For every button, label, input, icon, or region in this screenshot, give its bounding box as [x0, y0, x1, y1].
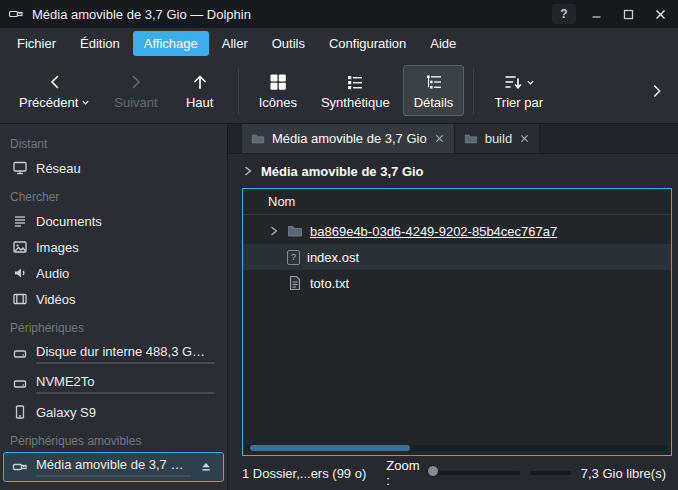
menu-aide[interactable]: Aide	[419, 31, 467, 56]
details-view-label: Détails	[414, 95, 454, 110]
window-body: Distant Réseau Chercher Documents Images	[0, 124, 678, 490]
chevron-right-icon	[242, 165, 254, 177]
close-icon	[435, 134, 444, 143]
close-icon	[520, 134, 529, 143]
details-view-button[interactable]: Détails	[403, 65, 465, 116]
tab-label: build	[485, 131, 512, 146]
status-bar: 1 Dossier,...ers (99 o) Zoom : 7,3 Gio l…	[228, 456, 678, 490]
horizontal-scrollbar[interactable]	[243, 443, 671, 455]
breadcrumb[interactable]: Média amovible de 3,7 Gio	[228, 154, 678, 188]
eject-button[interactable]	[199, 460, 215, 474]
phone-icon	[12, 404, 28, 420]
selection-summary: 1 Dossier,...ers (99 o)	[242, 466, 366, 481]
compact-view-button[interactable]: Synthétique	[310, 65, 401, 116]
file-row-folder[interactable]: ba869e4b-03d6-4249-9202-85b4cec767a7	[243, 218, 671, 244]
toolbar-separator	[473, 68, 474, 114]
maximize-button[interactable]	[616, 4, 640, 24]
toolbar-separator	[238, 68, 239, 114]
minimize-icon	[591, 9, 602, 20]
sidebar-item-media-amovible[interactable]: Média amovible de 3,7 …	[3, 452, 224, 482]
forward-button[interactable]: Suivant	[103, 65, 168, 116]
expand-arrow-icon[interactable]	[268, 225, 280, 237]
free-space-text: 7,3 Gio libre(s)	[581, 466, 666, 481]
sidebar-item-label: Vidéos	[36, 292, 215, 307]
free-space-bar	[530, 471, 571, 475]
sidebar-item-label: Galaxy S9	[36, 405, 215, 420]
up-label: Haut	[186, 95, 213, 110]
file-list: ba869e4b-03d6-4249-9202-85b4cec767a7 ? i…	[243, 215, 671, 443]
sidebar-item-label: NVME2To	[36, 374, 215, 389]
sidebar-item-disque-interne[interactable]: Disque dur interne 488,3 G…	[3, 339, 224, 369]
icons-view-button[interactable]: Icônes	[248, 65, 308, 116]
sidebar-item-videos[interactable]: Vidéos	[3, 286, 224, 312]
sidebar-item-label: Documents	[36, 214, 215, 229]
tab-build[interactable]: build	[455, 124, 540, 153]
scrollbar-track[interactable]	[246, 445, 668, 451]
tab-media-amovible[interactable]: Média amovible de 3,7 Gio	[242, 124, 455, 153]
sidebar-item-label: Média amovible de 3,7 …	[36, 457, 191, 472]
scrollbar-thumb[interactable]	[250, 445, 410, 451]
places-section-peripheriques: Périphériques	[0, 312, 227, 339]
videos-icon	[12, 291, 28, 307]
menu-edition[interactable]: Édition	[69, 31, 131, 56]
maximize-icon	[623, 9, 634, 20]
sidebar-item-reseau[interactable]: Réseau	[3, 155, 224, 181]
folder-icon	[287, 223, 303, 239]
sidebar-item-images[interactable]: Images	[3, 234, 224, 260]
menu-configuration[interactable]: Configuration	[318, 31, 417, 56]
places-section-chercher: Chercher	[0, 181, 227, 208]
zoom-slider-handle[interactable]	[427, 465, 439, 477]
file-name[interactable]: ba869e4b-03d6-4249-9202-85b4cec767a7	[310, 224, 557, 239]
chevron-left-icon	[45, 72, 65, 92]
sidebar-item-documents[interactable]: Documents	[3, 208, 224, 234]
sort-by-label: Trier par	[494, 95, 543, 110]
file-row-text[interactable]: toto.txt	[243, 270, 671, 296]
menu-outils[interactable]: Outils	[261, 31, 316, 56]
places-section-amovibles: Périphériques amovibles	[0, 425, 227, 452]
details-view-icon	[424, 72, 444, 92]
icons-view-icon	[268, 72, 288, 92]
unknown-file-icon: ?	[287, 250, 300, 265]
toolbar-overflow-button[interactable]	[644, 78, 670, 104]
menu-aller[interactable]: Aller	[211, 31, 259, 56]
menubar: Fichier Édition Affichage Aller Outils C…	[0, 28, 678, 58]
tab-close-button[interactable]	[434, 133, 445, 144]
tab-bar: Média amovible de 3,7 Gio build	[228, 124, 678, 154]
close-button[interactable]	[648, 4, 672, 24]
sidebar-item-audio[interactable]: Audio	[3, 260, 224, 286]
minimize-button[interactable]	[584, 4, 608, 24]
sort-by-button[interactable]: Trier par	[483, 65, 554, 116]
sidebar-item-label: Réseau	[36, 161, 215, 176]
sidebar-item-nvme2to[interactable]: NVME2To	[3, 369, 224, 399]
sort-icon	[503, 72, 523, 92]
folder-icon	[464, 132, 478, 146]
breadcrumb-current[interactable]: Média amovible de 3,7 Gio	[261, 164, 424, 179]
eject-icon	[199, 460, 215, 474]
harddisk-icon	[12, 346, 28, 362]
file-name[interactable]: index.ost	[307, 250, 359, 265]
window-title: Média amovible de 3,7 Gio — Dolphin	[32, 7, 251, 22]
column-header-nom[interactable]: Nom	[243, 189, 671, 215]
menu-affichage[interactable]: Affichage	[133, 31, 209, 56]
sort-dropdown-icon	[526, 78, 535, 87]
menu-fichier[interactable]: Fichier	[6, 31, 67, 56]
sidebar-item-label: Disque dur interne 488,3 G…	[36, 344, 215, 359]
tab-close-button[interactable]	[519, 133, 530, 144]
images-icon	[12, 239, 28, 255]
titlebar[interactable]: Média amovible de 3,7 Gio — Dolphin ?	[0, 0, 678, 28]
text-file-icon	[287, 275, 303, 291]
file-row-unknown[interactable]: ? index.ost	[243, 244, 671, 270]
back-label: Précédent	[19, 95, 78, 110]
usb-icon	[12, 459, 28, 475]
up-button[interactable]: Haut	[171, 65, 229, 116]
close-icon	[655, 9, 666, 20]
file-name[interactable]: toto.txt	[310, 276, 349, 291]
back-button[interactable]: Précédent	[8, 65, 101, 116]
toolbar: Précédent Suivant Haut Icônes	[0, 58, 678, 124]
dolphin-window: Média amovible de 3,7 Gio — Dolphin ? Fi…	[0, 0, 678, 490]
zoom-control[interactable]: Zoom :	[386, 458, 519, 488]
documents-icon	[12, 213, 28, 229]
zoom-slider[interactable]	[433, 471, 520, 475]
sidebar-item-galaxy-s9[interactable]: Galaxy S9	[3, 399, 224, 425]
help-button[interactable]: ?	[552, 4, 576, 24]
